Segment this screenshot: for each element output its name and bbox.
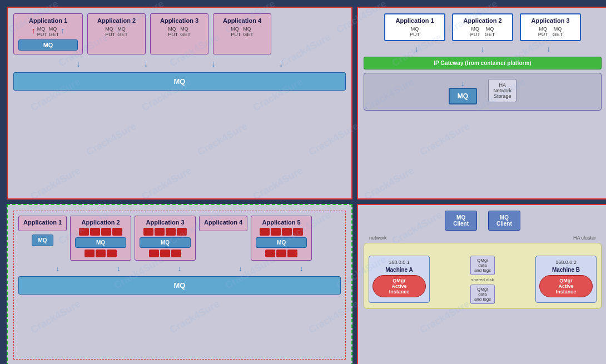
arrow-row: ↓ ↓ ↓ ↓ xyxy=(13,59,346,69)
app1-mq: MQ xyxy=(18,39,78,51)
app-box-1: Application 1 ↑ MQPUT MQGET ↑ MQ xyxy=(13,13,83,54)
bl-apps-row: Application 1 MQ Application 2 MQ xyxy=(18,216,341,261)
tr-app2-title: Application 2 xyxy=(460,17,505,24)
mq-client-2: MQ Client xyxy=(488,211,520,231)
tr-app2: Application 2 MQPUT MQGET xyxy=(452,13,513,41)
machine-b-qmgr: QMgr Active Instance xyxy=(539,275,593,297)
bl-app3-mq: MQ xyxy=(140,237,191,248)
bl-app1-mq: MQ xyxy=(32,235,53,246)
bl-app4-wrapper: Application 4 xyxy=(199,216,247,231)
tr-app3-title: Application 3 xyxy=(528,17,573,24)
tr-arrows: ↓ ↓ ↓ xyxy=(364,44,602,53)
bl-app2-blocks xyxy=(75,228,126,236)
arrow-3: ↓ xyxy=(211,59,216,69)
arrow-2: ↓ xyxy=(143,59,148,69)
tr-mq: MQ xyxy=(449,88,477,104)
bl-app5-title: Application 5 xyxy=(256,219,307,226)
bl-app1: Application 1 xyxy=(18,216,67,231)
bl-app3-title: Application 3 xyxy=(140,219,191,226)
mq-bar-top-left: MQ xyxy=(13,72,346,91)
panel-top-right: Application 1 MQPUT Application 2 MQPUT … xyxy=(357,7,606,200)
tr-inner-box: ↓ MQ HA Network Storage xyxy=(364,73,602,111)
machine-b-label: Machine B xyxy=(539,267,593,273)
machine-a-qmgr: QMgr Active Instance xyxy=(372,275,426,297)
bl-app5-blocks2 xyxy=(256,250,307,257)
app4-mq-labels: MQPUT MQGET xyxy=(218,26,266,37)
bl-app2-blocks2 xyxy=(75,250,126,257)
app2-title: Application 2 xyxy=(92,17,141,24)
machine-b: 168.0.0.2 Machine B QMgr Active Instance xyxy=(535,256,597,303)
panel-top-left: Application 1 ↑ MQPUT MQGET ↑ MQ Applica… xyxy=(7,7,352,200)
data-logs-1: QMgr data and logs xyxy=(470,256,495,275)
machines-row: 168.0.0.1 Machine A QMgr Active Instance… xyxy=(369,256,597,304)
mq-bar-bottom-left: MQ xyxy=(18,276,341,295)
bl-app3: Application 3 MQ xyxy=(135,216,196,261)
bl-app2-title: Application 2 xyxy=(75,219,126,226)
machine-a-label: Machine A xyxy=(372,267,426,273)
apps-row-top-left: Application 1 ↑ MQPUT MQGET ↑ MQ Applica… xyxy=(13,13,346,54)
bl-app5-mq: MQ xyxy=(256,237,307,248)
bl-arrows: ↓ ↓ ↓ ↓ ↓ xyxy=(18,264,341,273)
tr-apps-row: Application 1 MQPUT Application 2 MQPUT … xyxy=(364,13,602,41)
bl-app2: Application 2 MQ xyxy=(70,216,131,261)
app4-title: Application 4 xyxy=(218,17,266,24)
panel-bottom-right: MQ Client MQ Client network HA cluster 1… xyxy=(357,204,606,364)
app1-title: Application 1 xyxy=(18,17,78,24)
arrow-1: ↓ xyxy=(76,59,81,69)
mq-client-1: MQ Client xyxy=(445,211,477,231)
bl-app1-title: Application 1 xyxy=(23,219,62,226)
ha-cluster-area: 168.0.0.1 Machine A QMgr Active Instance… xyxy=(364,243,602,309)
arrow-4: ↓ xyxy=(279,59,283,69)
main-container: Application 1 ↑ MQPUT MQGET ↑ MQ Applica… xyxy=(0,0,606,364)
machine-b-ip: 168.0.0.2 xyxy=(539,260,593,265)
machine-a-ip: 168.0.0.1 xyxy=(372,260,426,265)
bl-app3-blocks2 xyxy=(140,250,191,257)
app-box-2: Application 2 MQPUT MQGET xyxy=(87,13,146,54)
panel-bottom-left: Application 1 MQ Application 2 MQ xyxy=(7,204,352,364)
tr-app3: Application 3 MQPUT MQGET xyxy=(520,13,581,41)
app2-mq-labels: MQPUT MQGET xyxy=(92,26,141,37)
br-clients-row: MQ Client MQ Client xyxy=(364,211,602,231)
bl-app5-blocks xyxy=(256,228,307,236)
data-logs-2: QMgr data and logs xyxy=(470,285,495,304)
shared-disk-area: QMgr data and logs shared disk QMgr data… xyxy=(470,256,495,304)
app3-mq-labels: MQPUT MQGET xyxy=(155,26,203,37)
bl-app5: Application 5 MQ xyxy=(251,216,312,261)
app-box-3: Application 3 MQPUT MQGET xyxy=(150,13,208,54)
app3-title: Application 3 xyxy=(155,17,203,24)
machine-a: 168.0.0.1 Machine A QMgr Active Instance xyxy=(369,256,430,303)
network-label: network xyxy=(369,235,387,241)
bl-app4-title: Application 4 xyxy=(204,219,242,226)
ip-gateway: IP Gateway (from container platform) xyxy=(364,57,602,69)
bl-app1-wrapper: Application 1 MQ xyxy=(18,216,67,246)
tr-app1-labels: MQPUT xyxy=(392,26,438,37)
bl-app4: Application 4 xyxy=(199,216,247,231)
ha-storage: HA Network Storage xyxy=(488,79,516,102)
ha-cluster-label: HA cluster xyxy=(573,235,596,241)
bl-inner: Application 1 MQ Application 2 MQ xyxy=(13,211,346,360)
tr-app1-title: Application 1 xyxy=(392,17,438,24)
app-box-4: Application 4 MQPUT MQGET xyxy=(213,13,271,54)
bl-app3-blocks xyxy=(140,228,191,236)
shared-disk-label: shared disk xyxy=(471,277,494,282)
tr-app3-labels: MQPUT MQGET xyxy=(528,26,573,37)
tr-app1: Application 1 MQPUT xyxy=(384,13,445,41)
app1-arrows: ↑ MQPUT MQGET ↑ xyxy=(18,26,78,37)
tr-app2-labels: MQPUT MQGET xyxy=(460,26,505,37)
bl-app2-mq: MQ xyxy=(75,237,126,248)
